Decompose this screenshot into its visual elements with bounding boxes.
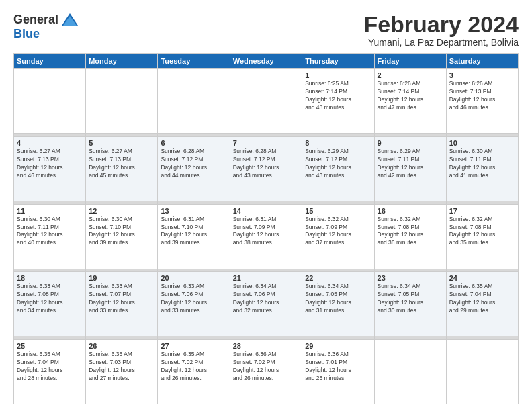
day-info: Sunrise: 6:26 AM Sunset: 7:13 PM Dayligh… xyxy=(449,80,515,112)
table-row: 9Sunrise: 6:29 AM Sunset: 7:11 PM Daylig… xyxy=(374,137,446,201)
day-number: 17 xyxy=(449,207,515,215)
calendar-week-row: 18Sunrise: 6:33 AM Sunset: 7:08 PM Dayli… xyxy=(14,272,519,336)
month-title: February 2024 xyxy=(363,12,519,37)
day-number: 25 xyxy=(17,342,83,350)
day-number: 18 xyxy=(17,274,83,282)
logo: General Blue xyxy=(13,12,79,41)
calendar-week-row: 11Sunrise: 6:30 AM Sunset: 7:11 PM Dayli… xyxy=(14,204,519,269)
day-number: 14 xyxy=(233,207,299,215)
table-row: 26Sunrise: 6:35 AM Sunset: 7:03 PM Dayli… xyxy=(86,340,158,404)
day-number: 26 xyxy=(89,342,154,350)
day-number: 8 xyxy=(305,139,371,147)
page: General Blue February 2024 Yumani, La Pa… xyxy=(0,0,532,411)
table-row xyxy=(86,69,158,134)
table-row: 22Sunrise: 6:34 AM Sunset: 7:05 PM Dayli… xyxy=(302,272,374,336)
table-row xyxy=(14,69,86,134)
calendar-week-row: 25Sunrise: 6:35 AM Sunset: 7:04 PM Dayli… xyxy=(14,340,519,404)
day-number: 21 xyxy=(233,274,299,282)
day-info: Sunrise: 6:33 AM Sunset: 7:07 PM Dayligh… xyxy=(89,283,154,315)
day-number: 15 xyxy=(305,207,371,215)
day-number: 23 xyxy=(378,274,443,282)
day-info: Sunrise: 6:29 AM Sunset: 7:12 PM Dayligh… xyxy=(305,148,371,180)
table-row: 21Sunrise: 6:34 AM Sunset: 7:06 PM Dayli… xyxy=(230,272,302,336)
day-info: Sunrise: 6:25 AM Sunset: 7:14 PM Dayligh… xyxy=(305,80,371,112)
day-number: 13 xyxy=(161,207,226,215)
col-friday: Friday xyxy=(374,54,446,69)
title-area: February 2024 Yumani, La Paz Department,… xyxy=(363,12,519,48)
table-row: 2Sunrise: 6:26 AM Sunset: 7:14 PM Daylig… xyxy=(374,69,446,134)
day-info: Sunrise: 6:34 AM Sunset: 7:05 PM Dayligh… xyxy=(305,283,371,315)
table-row: 15Sunrise: 6:32 AM Sunset: 7:09 PM Dayli… xyxy=(302,204,374,269)
col-sunday: Sunday xyxy=(14,54,86,69)
day-number: 28 xyxy=(233,342,299,350)
day-info: Sunrise: 6:32 AM Sunset: 7:08 PM Dayligh… xyxy=(378,216,443,248)
day-number: 11 xyxy=(17,207,83,215)
table-row: 23Sunrise: 6:34 AM Sunset: 7:05 PM Dayli… xyxy=(374,272,446,336)
table-row: 1Sunrise: 6:25 AM Sunset: 7:14 PM Daylig… xyxy=(302,69,374,134)
logo-icon xyxy=(60,12,79,27)
table-row: 11Sunrise: 6:30 AM Sunset: 7:11 PM Dayli… xyxy=(14,204,86,269)
table-row: 18Sunrise: 6:33 AM Sunset: 7:08 PM Dayli… xyxy=(14,272,86,336)
day-number: 3 xyxy=(449,71,515,79)
day-info: Sunrise: 6:36 AM Sunset: 7:02 PM Dayligh… xyxy=(233,351,299,383)
table-row xyxy=(374,340,446,404)
day-info: Sunrise: 6:27 AM Sunset: 7:13 PM Dayligh… xyxy=(17,148,83,180)
col-monday: Monday xyxy=(86,54,158,69)
day-info: Sunrise: 6:28 AM Sunset: 7:12 PM Dayligh… xyxy=(233,148,299,180)
table-row: 13Sunrise: 6:31 AM Sunset: 7:10 PM Dayli… xyxy=(158,204,230,269)
day-info: Sunrise: 6:35 AM Sunset: 7:02 PM Dayligh… xyxy=(161,351,226,383)
table-row: 29Sunrise: 6:36 AM Sunset: 7:01 PM Dayli… xyxy=(302,340,374,404)
day-info: Sunrise: 6:34 AM Sunset: 7:05 PM Dayligh… xyxy=(378,283,443,315)
col-thursday: Thursday xyxy=(302,54,374,69)
location-title: Yumani, La Paz Department, Bolivia xyxy=(363,37,519,48)
day-info: Sunrise: 6:30 AM Sunset: 7:11 PM Dayligh… xyxy=(17,216,83,248)
day-info: Sunrise: 6:32 AM Sunset: 7:09 PM Dayligh… xyxy=(305,216,371,248)
table-row: 12Sunrise: 6:30 AM Sunset: 7:10 PM Dayli… xyxy=(86,204,158,269)
table-row: 7Sunrise: 6:28 AM Sunset: 7:12 PM Daylig… xyxy=(230,137,302,201)
table-row: 10Sunrise: 6:30 AM Sunset: 7:11 PM Dayli… xyxy=(446,137,518,201)
day-info: Sunrise: 6:31 AM Sunset: 7:09 PM Dayligh… xyxy=(233,216,299,248)
logo-general: General xyxy=(13,13,58,27)
day-info: Sunrise: 6:28 AM Sunset: 7:12 PM Dayligh… xyxy=(161,148,226,180)
table-row: 24Sunrise: 6:35 AM Sunset: 7:04 PM Dayli… xyxy=(446,272,518,336)
day-number: 4 xyxy=(17,139,83,147)
day-number: 16 xyxy=(378,207,443,215)
day-number: 19 xyxy=(89,274,154,282)
calendar: Sunday Monday Tuesday Wednesday Thursday… xyxy=(13,53,519,404)
table-row: 19Sunrise: 6:33 AM Sunset: 7:07 PM Dayli… xyxy=(86,272,158,336)
calendar-week-row: 1Sunrise: 6:25 AM Sunset: 7:14 PM Daylig… xyxy=(14,69,519,134)
table-row: 3Sunrise: 6:26 AM Sunset: 7:13 PM Daylig… xyxy=(446,69,518,134)
day-number: 7 xyxy=(233,139,299,147)
day-info: Sunrise: 6:35 AM Sunset: 7:03 PM Dayligh… xyxy=(89,351,154,383)
day-number: 22 xyxy=(305,274,371,282)
day-number: 24 xyxy=(449,274,515,282)
day-info: Sunrise: 6:35 AM Sunset: 7:04 PM Dayligh… xyxy=(17,351,83,383)
day-number: 20 xyxy=(161,274,226,282)
day-info: Sunrise: 6:27 AM Sunset: 7:13 PM Dayligh… xyxy=(89,148,154,180)
table-row: 5Sunrise: 6:27 AM Sunset: 7:13 PM Daylig… xyxy=(86,137,158,201)
table-row: 17Sunrise: 6:32 AM Sunset: 7:08 PM Dayli… xyxy=(446,204,518,269)
table-row: 16Sunrise: 6:32 AM Sunset: 7:08 PM Dayli… xyxy=(374,204,446,269)
day-info: Sunrise: 6:35 AM Sunset: 7:04 PM Dayligh… xyxy=(449,283,515,315)
table-row xyxy=(230,69,302,134)
day-info: Sunrise: 6:32 AM Sunset: 7:08 PM Dayligh… xyxy=(449,216,515,248)
day-number: 29 xyxy=(305,342,371,350)
calendar-week-row: 4Sunrise: 6:27 AM Sunset: 7:13 PM Daylig… xyxy=(14,137,519,201)
day-info: Sunrise: 6:30 AM Sunset: 7:11 PM Dayligh… xyxy=(449,148,515,180)
table-row: 28Sunrise: 6:36 AM Sunset: 7:02 PM Dayli… xyxy=(230,340,302,404)
table-row: 4Sunrise: 6:27 AM Sunset: 7:13 PM Daylig… xyxy=(14,137,86,201)
day-info: Sunrise: 6:31 AM Sunset: 7:10 PM Dayligh… xyxy=(161,216,226,248)
day-info: Sunrise: 6:30 AM Sunset: 7:10 PM Dayligh… xyxy=(89,216,154,248)
table-row xyxy=(158,69,230,134)
day-number: 27 xyxy=(161,342,226,350)
day-number: 2 xyxy=(378,71,443,79)
day-number: 6 xyxy=(161,139,226,147)
day-info: Sunrise: 6:34 AM Sunset: 7:06 PM Dayligh… xyxy=(233,283,299,315)
day-number: 1 xyxy=(305,71,371,79)
table-row xyxy=(446,340,518,404)
header: General Blue February 2024 Yumani, La Pa… xyxy=(13,12,519,48)
day-number: 9 xyxy=(378,139,443,147)
day-number: 5 xyxy=(89,139,154,147)
table-row: 6Sunrise: 6:28 AM Sunset: 7:12 PM Daylig… xyxy=(158,137,230,201)
day-number: 10 xyxy=(449,139,515,147)
